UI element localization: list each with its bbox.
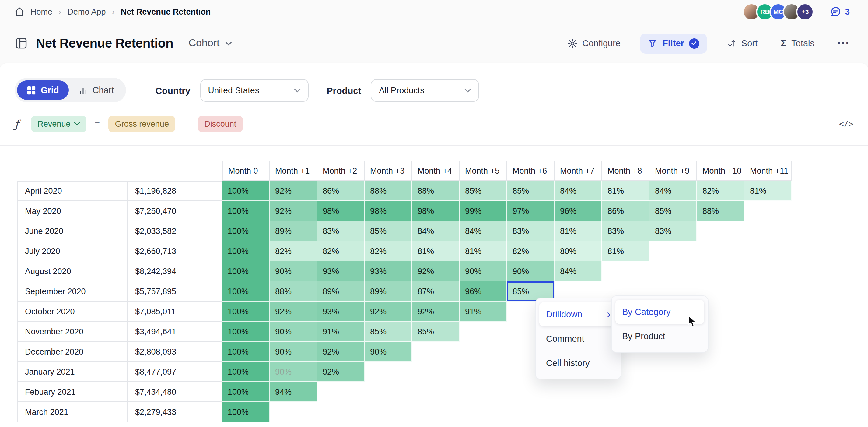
grid-cell[interactable]: 100% <box>222 402 270 422</box>
menu-item-comment[interactable]: Comment <box>539 326 617 351</box>
grid-cell[interactable]: 81% <box>460 241 507 261</box>
sort-button[interactable]: Sort <box>723 38 761 49</box>
avatar[interactable]: +3 <box>796 3 814 21</box>
column-header[interactable]: Month +3 <box>365 161 412 181</box>
menu-item-cell-history[interactable]: Cell history <box>539 351 617 375</box>
country-dropdown[interactable]: United States <box>200 79 309 102</box>
grid-cell[interactable]: 88% <box>412 181 460 201</box>
grid-cell[interactable]: 86% <box>317 181 365 201</box>
grid-cell[interactable]: 90% <box>270 362 317 382</box>
grid-cell[interactable]: 85% <box>412 322 460 342</box>
grid-cell[interactable]: 100% <box>222 201 270 221</box>
grid-view-button[interactable]: Grid <box>17 80 69 100</box>
grid-cell[interactable]: 93% <box>317 302 365 322</box>
grid-cell[interactable]: 88% <box>365 181 412 201</box>
grid-cell[interactable]: 88% <box>270 281 317 302</box>
grid-cell[interactable]: 100% <box>222 221 270 241</box>
grid-cell[interactable]: 92% <box>270 181 317 201</box>
grid-cell[interactable]: 100% <box>222 362 270 382</box>
grid-cell[interactable]: 92% <box>270 302 317 322</box>
column-header[interactable]: Month +9 <box>649 161 697 181</box>
grid-cell[interactable]: 87% <box>412 281 460 302</box>
grid-cell[interactable]: 81% <box>602 241 649 261</box>
column-header[interactable]: Month +2 <box>317 161 365 181</box>
grid-cell[interactable]: 98% <box>412 201 460 221</box>
grid-cell[interactable]: 86% <box>602 201 649 221</box>
grid-cell[interactable]: 84% <box>555 261 602 281</box>
column-header[interactable]: Month +11 <box>744 161 792 181</box>
grid-cell[interactable]: 84% <box>555 181 602 201</box>
product-dropdown[interactable]: All Products <box>371 79 479 102</box>
grid-cell[interactable]: 85% <box>649 201 697 221</box>
grid-cell[interactable]: 100% <box>222 181 270 201</box>
grid-cell[interactable]: 82% <box>317 241 365 261</box>
grid-cell[interactable]: 98% <box>317 201 365 221</box>
grid-cell[interactable]: 85% <box>460 181 507 201</box>
column-header[interactable]: Month +6 <box>507 161 555 181</box>
grid-cell[interactable]: 91% <box>317 322 365 342</box>
grid-cell[interactable]: 92% <box>412 302 460 322</box>
column-header[interactable]: Month +1 <box>270 161 317 181</box>
grid-cell[interactable]: 97% <box>507 201 555 221</box>
grid-cell[interactable]: 81% <box>412 241 460 261</box>
formula-operand-pill[interactable]: Gross revenue <box>108 115 176 132</box>
grid-cell[interactable]: 85% <box>507 181 555 201</box>
grid-cell[interactable]: 100% <box>222 261 270 281</box>
view-selector[interactable]: Cohort <box>185 36 235 50</box>
grid-cell[interactable]: 94% <box>270 382 317 402</box>
grid-cell[interactable]: 92% <box>365 302 412 322</box>
column-header[interactable]: Month +4 <box>412 161 460 181</box>
column-header[interactable]: Month +5 <box>460 161 507 181</box>
chart-view-button[interactable]: Chart <box>69 80 124 100</box>
grid-cell[interactable]: 85% <box>365 322 412 342</box>
grid-cell[interactable]: 90% <box>507 261 555 281</box>
column-header[interactable]: Month +7 <box>555 161 602 181</box>
grid-cell[interactable]: 90% <box>270 322 317 342</box>
grid-cell[interactable]: 83% <box>649 221 697 241</box>
grid-cell[interactable]: 80% <box>555 241 602 261</box>
menu-item-by-category[interactable]: By Category <box>615 300 704 324</box>
grid-cell[interactable]: 96% <box>555 201 602 221</box>
comments-button[interactable]: 3 <box>826 5 854 18</box>
more-menu-button[interactable]: ··· <box>834 36 854 50</box>
grid-cell[interactable]: 83% <box>317 221 365 241</box>
grid-cell[interactable]: 85% <box>365 221 412 241</box>
grid-cell[interactable]: 89% <box>317 281 365 302</box>
grid-cell[interactable]: 92% <box>317 342 365 362</box>
home-icon[interactable] <box>14 7 24 17</box>
grid-cell[interactable]: 92% <box>317 362 365 382</box>
grid-cell[interactable]: 98% <box>365 201 412 221</box>
configure-button[interactable]: Configure <box>563 37 624 49</box>
grid-cell[interactable]: 99% <box>460 201 507 221</box>
grid-cell[interactable]: 100% <box>222 302 270 322</box>
grid-cell[interactable]: 82% <box>507 241 555 261</box>
grid-cell[interactable]: 82% <box>697 181 744 201</box>
grid-cell[interactable]: 90% <box>270 342 317 362</box>
grid-cell[interactable]: 89% <box>365 281 412 302</box>
grid-cell[interactable]: 81% <box>744 181 792 201</box>
grid-cell[interactable]: 81% <box>602 181 649 201</box>
column-header[interactable]: Month +10 <box>697 161 744 181</box>
grid-cell[interactable]: 90% <box>365 342 412 362</box>
breadcrumb-demo-app[interactable]: Demo App <box>67 7 105 16</box>
code-view-icon[interactable]: </> <box>839 119 854 128</box>
grid-cell[interactable]: 83% <box>602 221 649 241</box>
grid-cell[interactable]: 92% <box>412 261 460 281</box>
grid-cell[interactable]: 91% <box>460 302 507 322</box>
grid-cell[interactable]: 100% <box>222 281 270 302</box>
grid-cell[interactable]: 90% <box>270 261 317 281</box>
grid-cell[interactable]: 84% <box>412 221 460 241</box>
grid-cell[interactable]: 88% <box>697 201 744 221</box>
grid-cell[interactable]: 100% <box>222 382 270 402</box>
grid-cell[interactable]: 84% <box>649 181 697 201</box>
column-header[interactable]: Month +8 <box>602 161 649 181</box>
grid-cell[interactable]: 84% <box>460 221 507 241</box>
filter-button[interactable]: Filter <box>640 33 707 53</box>
grid-cell[interactable]: 93% <box>365 261 412 281</box>
grid-cell[interactable]: 83% <box>507 221 555 241</box>
grid-cell[interactable]: 81% <box>555 221 602 241</box>
grid-cell[interactable]: 100% <box>222 241 270 261</box>
totals-button[interactable]: Σ Totals <box>777 37 818 49</box>
grid-cell[interactable]: 89% <box>270 221 317 241</box>
column-header[interactable]: Month 0 <box>222 161 270 181</box>
